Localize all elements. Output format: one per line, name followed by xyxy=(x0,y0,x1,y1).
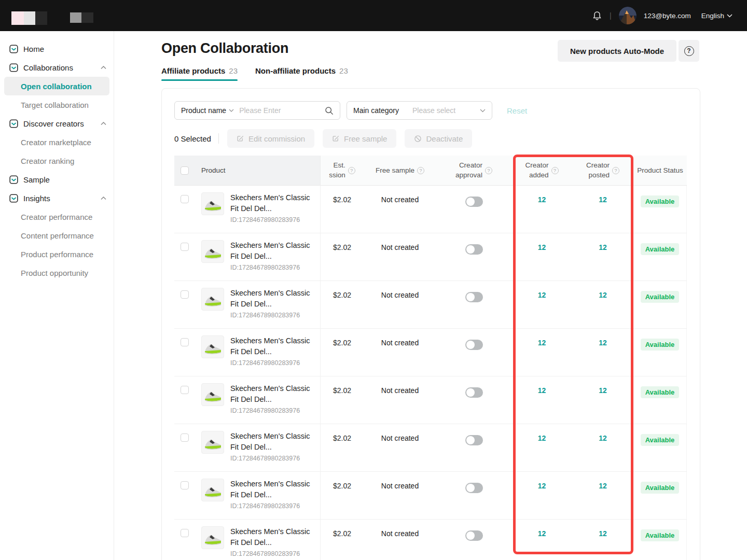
product-name[interactable]: Skechers Men's Classic Fit Del Del... xyxy=(230,192,310,214)
creator-added-link[interactable]: 12 xyxy=(538,386,546,395)
search-icon[interactable] xyxy=(325,106,334,115)
tab-non-affiliate-products[interactable]: Non-affiliate products 23 xyxy=(255,66,348,81)
product-name[interactable]: Skechers Men's Classic Fit Del Del... xyxy=(230,431,310,452)
toggle-knob xyxy=(466,436,475,444)
help-icon[interactable]: ? xyxy=(348,167,355,174)
sidebar-item-home[interactable]: Home xyxy=(0,39,114,58)
creator-posted-link[interactable]: 12 xyxy=(599,482,607,490)
product-name[interactable]: Skechers Men's Classic Fit Del Del... xyxy=(230,288,310,309)
est-commission-value: $2.02 xyxy=(320,233,364,281)
product-image xyxy=(201,383,224,406)
help-icon[interactable]: ? xyxy=(485,167,492,174)
free-sample-value: Not created xyxy=(364,520,436,560)
product-id: ID:17284678980283976 xyxy=(230,312,310,319)
product-image xyxy=(201,431,224,454)
reset-filters-link[interactable]: Reset xyxy=(507,106,527,115)
help-icon[interactable]: ? xyxy=(417,167,424,174)
row-checkbox[interactable] xyxy=(181,433,189,442)
toggle-knob xyxy=(466,531,475,540)
creator-posted-link[interactable]: 12 xyxy=(599,243,607,251)
help-icon[interactable]: ? xyxy=(551,167,559,174)
free-sample-button[interactable]: Free sample xyxy=(323,129,396,148)
row-checkbox[interactable] xyxy=(181,195,189,203)
language-selector[interactable]: English xyxy=(701,12,732,20)
account-email[interactable]: 123@byte.com xyxy=(644,12,691,20)
edit-commission-button[interactable]: Edit commission xyxy=(227,129,314,148)
sidebar-item-discover-creators[interactable]: Discover creators xyxy=(0,114,114,133)
logo-redaction-block xyxy=(24,11,35,25)
creator-approval-toggle[interactable] xyxy=(465,197,483,207)
creator-approval-toggle[interactable] xyxy=(465,340,483,350)
toggle-knob xyxy=(466,245,475,254)
free-sample-value: Not created xyxy=(364,424,436,471)
row-checkbox[interactable] xyxy=(181,338,189,346)
sidebar-item-creator-ranking[interactable]: Creator ranking xyxy=(0,151,114,170)
sidebar-item-sample[interactable]: Sample xyxy=(0,170,114,189)
sidebar-item-content-performance[interactable]: Content performance xyxy=(0,226,114,245)
page-help-button[interactable]: ? xyxy=(679,40,699,62)
product-name-filter-label[interactable]: Product name xyxy=(181,106,234,115)
deactivate-button[interactable]: Deactivate xyxy=(405,129,472,148)
status-badge: Available xyxy=(641,291,680,303)
product-name[interactable]: Skechers Men's Classic Fit Del Del... xyxy=(230,479,310,500)
product-name-filter[interactable]: Product name xyxy=(174,101,340,120)
product-name[interactable]: Skechers Men's Classic Fit Del Del... xyxy=(230,526,310,548)
new-products-auto-mode-button[interactable]: New products Auto-Mode xyxy=(558,40,676,62)
collaborations-icon xyxy=(9,63,18,72)
main-content: Open Collaboration New products Auto-Mod… xyxy=(114,31,747,560)
product-image xyxy=(201,240,224,263)
avatar[interactable] xyxy=(619,7,637,24)
row-checkbox[interactable] xyxy=(181,243,189,251)
main-category-filter[interactable]: Main category Please select xyxy=(347,101,492,120)
sidebar-item-insights[interactable]: Insights xyxy=(0,189,114,207)
sidebar-item-target-collaboration[interactable]: Target collaboration xyxy=(0,95,114,114)
main-category-placeholder: Please select xyxy=(412,106,480,115)
creator-added-link[interactable]: 12 xyxy=(538,339,546,347)
row-checkbox[interactable] xyxy=(181,290,189,299)
select-all-checkbox[interactable] xyxy=(181,166,189,175)
sidebar-item-product-opportunity[interactable]: Product opportunity xyxy=(0,263,114,282)
creator-added-link[interactable]: 12 xyxy=(538,482,546,490)
product-name-search-input[interactable] xyxy=(239,106,325,115)
sidebar-item-creator-performance[interactable]: Creator performance xyxy=(0,207,114,226)
status-badge: Available xyxy=(641,195,680,207)
product-name[interactable]: Skechers Men's Classic Fit Del Del... xyxy=(230,335,310,357)
creator-added-link[interactable]: 12 xyxy=(538,434,546,442)
product-name[interactable]: Skechers Men's Classic Fit Del Del... xyxy=(230,240,310,261)
creator-added-link[interactable]: 12 xyxy=(538,195,546,204)
sample-icon xyxy=(9,175,18,184)
creator-posted-link[interactable]: 12 xyxy=(599,339,607,347)
status-badge: Available xyxy=(641,434,680,446)
row-checkbox[interactable] xyxy=(181,481,189,489)
sidebar-item-product-performance[interactable]: Product performance xyxy=(0,245,114,263)
sidebar: Home Collaborations Open collaboration T… xyxy=(0,31,114,560)
sidebar-item-collaborations[interactable]: Collaborations xyxy=(0,58,114,77)
creator-approval-toggle[interactable] xyxy=(465,244,483,255)
creator-posted-link[interactable]: 12 xyxy=(599,386,607,395)
tab-affiliate-products[interactable]: Affiliate products 23 xyxy=(161,66,238,81)
creator-added-link[interactable]: 12 xyxy=(538,243,546,251)
creator-added-link[interactable]: 12 xyxy=(538,529,546,538)
product-image xyxy=(201,479,224,501)
help-icon[interactable]: ? xyxy=(612,167,619,174)
creator-posted-link[interactable]: 12 xyxy=(599,195,607,204)
sidebar-item-creator-marketplace[interactable]: Creator marketplace xyxy=(0,133,114,151)
creator-added-link[interactable]: 12 xyxy=(538,291,546,299)
product-name[interactable]: Skechers Men's Classic Fit Del Del... xyxy=(230,383,310,404)
edit-icon xyxy=(237,135,244,143)
creator-approval-toggle[interactable] xyxy=(465,483,483,493)
creator-posted-link[interactable]: 12 xyxy=(599,291,607,299)
table-header: Product Est.ssion ? Free sample ? Creato… xyxy=(174,156,687,186)
toggle-knob xyxy=(466,293,475,301)
product-id: ID:17284678980283976 xyxy=(230,359,310,367)
creator-posted-link[interactable]: 12 xyxy=(599,529,607,538)
creator-approval-toggle[interactable] xyxy=(465,435,483,445)
notification-bell-icon[interactable] xyxy=(592,10,602,21)
creator-approval-toggle[interactable] xyxy=(465,387,483,398)
creator-approval-toggle[interactable] xyxy=(465,292,483,302)
creator-approval-toggle[interactable] xyxy=(465,530,483,541)
row-checkbox[interactable] xyxy=(181,386,189,394)
sidebar-item-open-collaboration[interactable]: Open collaboration xyxy=(4,77,109,95)
row-checkbox[interactable] xyxy=(181,529,189,537)
creator-posted-link[interactable]: 12 xyxy=(599,434,607,442)
